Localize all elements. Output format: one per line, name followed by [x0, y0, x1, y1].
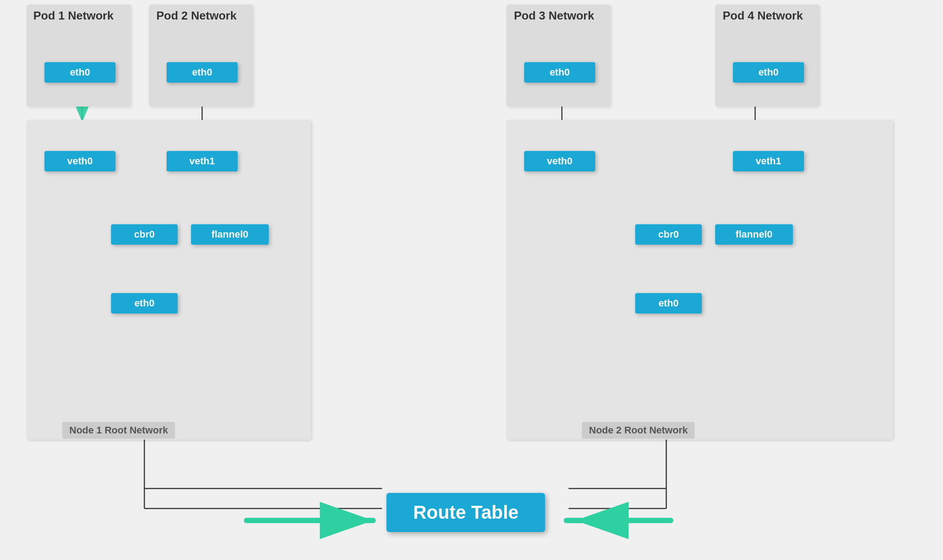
node1-flannel0: flannel0: [191, 224, 269, 245]
pod3-label: Pod 3 Network: [514, 9, 594, 23]
node2-cbr0: cbr0: [635, 224, 702, 245]
node1-veth1: veth1: [167, 151, 238, 171]
node2-root-eth0: eth0: [635, 293, 702, 314]
pod2-eth0: eth0: [167, 62, 238, 83]
node2-veth1: veth1: [733, 151, 804, 171]
node1-root-eth0: eth0: [111, 293, 178, 314]
pod4-eth0: eth0: [733, 62, 804, 83]
node2-veth0: veth0: [524, 151, 595, 171]
node1-veth0: veth0: [44, 151, 115, 171]
pod2-label: Pod 2 Network: [156, 9, 237, 23]
node1-cbr0: cbr0: [111, 224, 178, 245]
node1-label: Node 1 Root Network: [62, 422, 175, 439]
pod1-label: Pod 1 Network: [33, 9, 114, 23]
pod3-eth0: eth0: [524, 62, 595, 83]
pod4-label: Pod 4 Network: [723, 9, 803, 23]
node2-label: Node 2 Root Network: [582, 422, 695, 439]
pod1-eth0: eth0: [44, 62, 115, 83]
route-table: Route Table: [386, 493, 545, 532]
node2-flannel0: flannel0: [715, 224, 793, 245]
